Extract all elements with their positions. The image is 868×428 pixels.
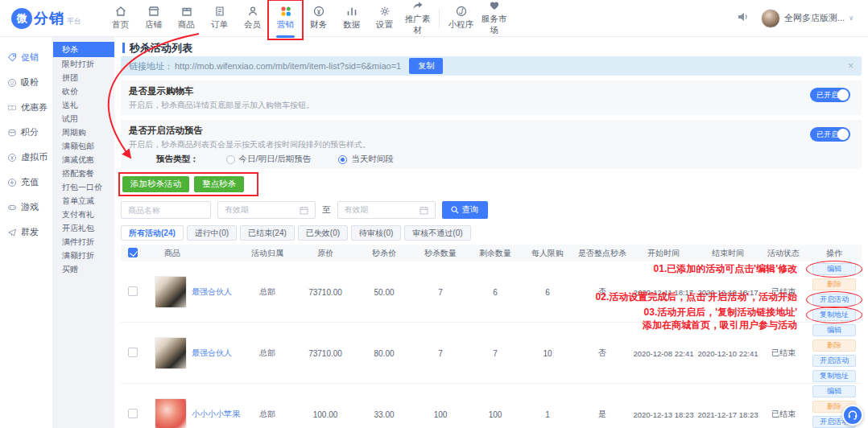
action-buttons: 添加秒杀活动 整点秒杀 bbox=[122, 176, 244, 192]
recharge-icon bbox=[7, 178, 17, 187]
link-info-bar: 链接地址： http://mob.wifenxiao.com/mb/item/i… bbox=[121, 56, 862, 76]
tab-in-progress[interactable]: 进行中(0) bbox=[187, 225, 237, 241]
row-checkbox[interactable] bbox=[128, 409, 138, 418]
submenu-item-full-discount[interactable]: 满减优惠 bbox=[53, 153, 114, 167]
tab-all-activities[interactable]: 所有活动(24) bbox=[121, 225, 184, 241]
select-all-checkbox[interactable] bbox=[128, 248, 138, 257]
hourly-seckill-button[interactable]: 整点秒杀 bbox=[194, 176, 244, 192]
start-activity-button[interactable]: 开启活动 bbox=[812, 294, 856, 306]
submenu-item-trial[interactable]: 试用 bbox=[53, 112, 114, 126]
copy-address-button[interactable]: 复制地址 bbox=[812, 370, 856, 382]
edit-button[interactable]: 编辑 bbox=[812, 385, 856, 397]
tab-review-rejected[interactable]: 审核不通过(0) bbox=[404, 225, 470, 241]
toggle-label: 已开启 bbox=[816, 90, 838, 101]
gear-icon bbox=[368, 5, 401, 18]
data-chart-icon bbox=[335, 5, 368, 18]
account-name: 全网多店版测... bbox=[784, 12, 845, 24]
nav-item-orders[interactable]: 订单 bbox=[203, 1, 236, 36]
tab-ended[interactable]: 已结束(24) bbox=[240, 225, 295, 241]
sidebar-item-broadcast[interactable]: 群发 bbox=[0, 220, 52, 245]
sidebar-label: 虚拟币 bbox=[21, 151, 48, 163]
tab-expired[interactable]: 已失效(0) bbox=[298, 225, 348, 241]
submenu-item-amount-discount[interactable]: 满额打折 bbox=[53, 249, 114, 262]
nav-item-promo-material[interactable]: 推广素材 bbox=[401, 0, 434, 42]
account-menu[interactable]: 全网多店版测... ∨ bbox=[761, 9, 854, 28]
product-name-link[interactable]: 小小小小苹果 bbox=[192, 409, 240, 420]
nav-divider bbox=[439, 9, 440, 28]
sidebar-item-coupon[interactable]: 优惠券 bbox=[0, 95, 52, 120]
logo-icon: 微 bbox=[11, 8, 32, 29]
sidebar-item-promotion[interactable]: 促销 bbox=[0, 45, 52, 70]
nav-item-members[interactable]: 会员 bbox=[236, 1, 269, 36]
submenu-item-time-discount[interactable]: 限时打折 bbox=[53, 57, 114, 71]
radio-option-daily-preview[interactable]: 今日/明日/后期预告 bbox=[226, 154, 312, 165]
date-placeholder: 有效期 bbox=[225, 204, 249, 216]
submenu-item-store-gift[interactable]: 开店礼包 bbox=[53, 221, 114, 235]
start-activity-button[interactable]: 开启活动 bbox=[812, 355, 856, 367]
sidebar-item-virtual-coin[interactable]: 虚拟币 bbox=[0, 145, 52, 170]
nav-item-home[interactable]: 首页 bbox=[104, 1, 137, 36]
preview-setting-panel: 是否开启活动预告 开启后，秒杀商品列表页会显示按天或者按时间段排列的预告样式。 … bbox=[121, 120, 862, 169]
primary-sidebar: 促销 吸粉 优惠券 积分 虚拟币 充值 游戏 群发 bbox=[0, 37, 53, 428]
col-header-qty: 秒杀数量 bbox=[412, 248, 469, 259]
date-to-input[interactable]: 有效期 bbox=[337, 201, 436, 219]
nav-item-marketing[interactable]: 营销 bbox=[269, 1, 302, 36]
announcement-speaker-icon[interactable] bbox=[737, 11, 750, 26]
sidebar-item-points[interactable]: 积分 bbox=[0, 120, 52, 145]
nav-label: 店铺 bbox=[145, 19, 162, 29]
product-name-link[interactable]: 最强合伙人 bbox=[192, 348, 232, 359]
marketing-active-underline bbox=[276, 35, 295, 38]
submenu-item-buy-gift[interactable]: 买赠 bbox=[53, 262, 114, 276]
product-name-input[interactable] bbox=[121, 201, 211, 219]
submenu-item-cycle-buy[interactable]: 周期购 bbox=[53, 126, 114, 139]
close-icon[interactable]: × bbox=[848, 60, 854, 72]
sidebar-label: 促销 bbox=[21, 51, 39, 64]
nav-label: 小程序 bbox=[448, 19, 474, 29]
app-logo[interactable]: 微 分销 平台 bbox=[0, 8, 94, 29]
submenu-item-bargain[interactable]: 砍价 bbox=[53, 84, 114, 98]
radio-option-same-day[interactable]: 当天时间段 bbox=[338, 154, 394, 165]
edit-button[interactable]: 编辑 bbox=[812, 263, 856, 275]
sidebar-item-recharge[interactable]: 充值 bbox=[0, 170, 52, 195]
nav-item-service-market[interactable]: 服务市场 bbox=[477, 0, 510, 42]
activity-link-url: http://mob.wifenxiao.com/mb/item/item-li… bbox=[175, 61, 401, 71]
submenu-item-free-shipping[interactable]: 满额包邮 bbox=[53, 139, 114, 153]
preview-toggle[interactable]: 已开启 bbox=[810, 127, 850, 142]
delete-button[interactable]: 删除 bbox=[812, 278, 856, 290]
nav-item-goods[interactable]: 商品 bbox=[170, 1, 203, 36]
tab-pending-review[interactable]: 待审核(0) bbox=[351, 225, 401, 241]
cart-toggle[interactable]: 已开启 bbox=[810, 88, 850, 102]
nav-item-data[interactable]: 数据 bbox=[335, 1, 368, 36]
submenu-item-gift[interactable]: 送礼 bbox=[53, 98, 114, 112]
search-button[interactable]: 查询 bbox=[442, 201, 488, 219]
product-image bbox=[155, 337, 187, 369]
edit-button[interactable]: 编辑 bbox=[812, 324, 856, 336]
submenu-item-seckill[interactable]: 秒杀 bbox=[53, 42, 114, 57]
avatar bbox=[761, 9, 780, 28]
sidebar-item-games[interactable]: 游戏 bbox=[0, 195, 52, 220]
copy-link-button[interactable]: 复制 bbox=[409, 58, 443, 74]
logo-suffix-text: 平台 bbox=[67, 16, 81, 29]
copy-address-button[interactable]: 复制地址 bbox=[812, 309, 856, 321]
search-icon bbox=[451, 206, 459, 214]
top-header: 微 分销 平台 首页 店铺 商品 订单 会员 营销 bbox=[0, 0, 868, 37]
submenu-item-group-buy[interactable]: 拼团 bbox=[53, 71, 114, 84]
row-checkbox[interactable] bbox=[128, 286, 138, 296]
nav-item-finance[interactable]: 财务 bbox=[302, 1, 335, 36]
nav-item-miniprogram[interactable]: 小程序 bbox=[444, 1, 477, 36]
game-icon bbox=[7, 203, 17, 212]
row-checkbox[interactable] bbox=[128, 348, 138, 357]
delete-button[interactable]: 删除 bbox=[812, 340, 856, 352]
nav-item-shop[interactable]: 店铺 bbox=[137, 1, 170, 36]
nav-item-settings[interactable]: 设置 bbox=[368, 1, 401, 36]
submenu-item-pay-gift[interactable]: 支付有礼 bbox=[53, 208, 114, 221]
submenu-item-qty-discount[interactable]: 满件打折 bbox=[53, 235, 114, 249]
submenu-item-package-price[interactable]: 打包一口价 bbox=[53, 180, 114, 194]
customer-service-button[interactable] bbox=[842, 405, 863, 426]
submenu-item-first-order[interactable]: 首单立减 bbox=[53, 194, 114, 208]
date-from-input[interactable]: 有效期 bbox=[217, 201, 316, 219]
product-name-link[interactable]: 最强合伙人 bbox=[192, 286, 232, 298]
sidebar-item-fans[interactable]: 吸粉 bbox=[0, 70, 52, 95]
submenu-item-combo[interactable]: 搭配套餐 bbox=[53, 167, 114, 180]
add-seckill-button[interactable]: 添加秒杀活动 bbox=[122, 176, 189, 192]
